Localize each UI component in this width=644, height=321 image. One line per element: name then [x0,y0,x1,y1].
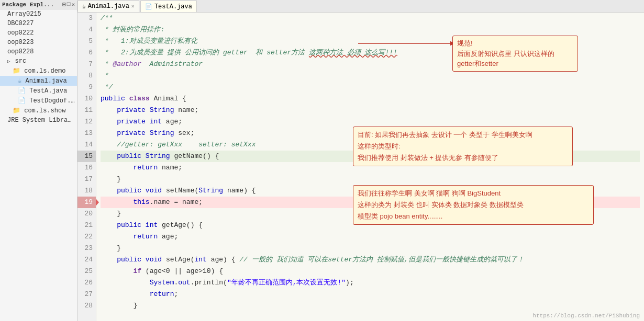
sidebar-item-testdogdof-java[interactable]: 📄 TestDogdof.jav... [0,96,77,106]
code-line-23: } [101,243,640,254]
sidebar-item-jre[interactable]: JRE System Library [Ja [0,116,77,125]
code-line-26: System.out.println("年龄不再正确范围内,本次设置无效!"); [101,277,640,289]
code-line-22: return age; [101,231,640,243]
line-numbers: 3 4 5 6 7 8 9 10 11 12 13 14 15 16 17 18… [77,13,96,321]
sidebar-item-com-ls-demo[interactable]: 📁 com.ls.demo [0,66,77,76]
tab-testa-java[interactable]: 📄 TestA.java [140,1,197,12]
sidebar-item[interactable]: DBC0227 [0,19,77,28]
sidebar-item[interactable]: oop0222 [0,28,77,38]
sidebar-item[interactable]: ▷ src [0,56,77,66]
watermark: https://blog.csdn.net/PiShubing [532,313,640,319]
code-line-21: public int getAge() { [101,220,640,231]
code-line-27: return; [101,289,640,300]
sidebar-item[interactable]: oop0223 [0,38,77,47]
code-editor[interactable]: 3 4 5 6 7 8 9 10 11 12 13 14 15 16 17 18… [77,13,644,321]
code-line-12: private int age; [101,116,640,128]
code-line-28: } [101,300,640,312]
code-line-3: /** [101,13,640,24]
main-editor-area: ☕ Animal.java ✕ 📄 TestA.java 3 4 5 6 7 8… [77,0,644,321]
tab-animal-java[interactable]: ☕ Animal.java ✕ [77,1,139,12]
code-area: 3 4 5 6 7 8 9 10 11 12 13 14 15 16 17 18… [77,13,644,321]
code-line-18: public void setName(String name) { [101,185,640,197]
code-line-19: this.name = name; [101,197,640,208]
code-line-15: public String getName() { [101,151,640,162]
sidebar-item-animal-java[interactable]: ☕ Animal.java [0,76,77,86]
java-file-icon2: 📄 [145,3,152,10]
editor-tabs: ☕ Animal.java ✕ 📄 TestA.java [77,0,644,13]
code-lines: /** * 封装的常用操作: * 1:对成员变量进行私有化 * 2:为成员变量 … [96,13,644,321]
code-line-9: */ [101,82,640,93]
code-line-13: private String sex; [101,128,640,139]
code-line-24: public void setAge(int age) { // 一般的 我们知… [101,254,640,266]
code-line-25: if (age<0 || age>10) { [101,266,640,277]
maximize-icon[interactable]: □ [67,1,71,8]
code-line-8: * [101,70,640,82]
minimize-icon[interactable]: ⊟ [62,1,66,8]
tab-label: Animal.java [88,3,129,10]
java-file-icon: ☕ [82,3,86,10]
code-line-11: private String name; [101,105,640,116]
sidebar-toolbar: ⊟ □ ✕ [62,1,75,8]
sidebar-title: Package Expl... [2,2,54,8]
code-line-7: * @author Administrator [101,59,640,70]
code-line-17: } [101,174,640,185]
code-line-5: * 1:对成员变量进行私有化 [101,36,640,47]
close-icon[interactable]: ✕ [71,1,75,8]
code-line-14: //getter: getXxx setter: setXxx [101,139,640,151]
sidebar: Package Expl... ⊟ □ ✕ Array0215 DBC0227 … [0,0,77,321]
code-line-20: } [101,208,640,220]
tab-close-button[interactable]: ✕ [131,3,135,9]
sidebar-header: Package Expl... ⊟ □ ✕ [0,0,77,9]
code-line-10: public class Animal { [101,93,640,105]
sidebar-item[interactable]: oop0228 [0,47,77,56]
code-line-6: * 2:为成员变量 提供 公用访问的 getter 和 setter方法 这两种… [101,47,640,59]
code-line-4: * 封装的常用操作: [101,24,640,36]
code-line-16: return name; [101,162,640,174]
sidebar-item-testa-java[interactable]: 📄 TestA.java [0,86,77,96]
sidebar-item[interactable]: Array0215 [0,9,77,19]
tab-label2: TestA.java [154,3,192,10]
sidebar-item-com-ls-show[interactable]: 📁 com.ls.show [0,106,77,116]
